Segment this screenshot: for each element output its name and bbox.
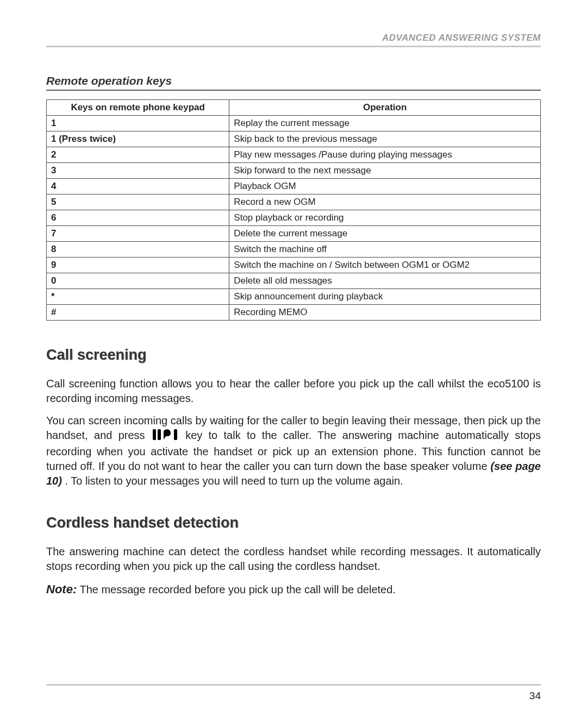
cell-operation: Skip forward to the next message <box>229 163 541 179</box>
th-operation: Operation <box>229 100 541 116</box>
page-footer: 34 <box>46 684 541 702</box>
cell-operation: Playback OGM <box>229 179 541 194</box>
cell-key: 8 <box>47 242 229 258</box>
table-row: *Skip announcement during playback <box>47 289 541 305</box>
cell-operation: Skip back to the previous message <box>229 131 541 147</box>
note-text: The message recorded before you pick up … <box>79 583 395 595</box>
manual-page: ADVANCED ANSWERING SYSTEM Remote operati… <box>0 0 587 728</box>
cell-key: 9 <box>47 258 229 273</box>
table-row: 1Replay the current message <box>47 116 541 131</box>
cell-key: 4 <box>47 179 229 194</box>
cell-key: 1 (Press twice) <box>47 131 229 147</box>
text: . To listen to your messages you will ne… <box>65 475 403 487</box>
cell-operation: Play new messages /Pause during playing … <box>229 147 541 163</box>
cell-key: # <box>47 305 229 321</box>
svg-rect-1 <box>158 429 161 440</box>
table-row: 4Playback OGM <box>47 179 541 194</box>
cell-operation: Switch the machine on / Switch between O… <box>229 258 541 273</box>
page-header: ADVANCED ANSWERING SYSTEM <box>46 33 541 43</box>
table-row: 2Play new messages /Pause during playing… <box>47 147 541 163</box>
cell-key: 3 <box>47 163 229 179</box>
cell-key: 0 <box>47 273 229 289</box>
paragraph: You can screen incoming calls by waiting… <box>46 413 541 488</box>
table-row: 7Delete the current message <box>47 226 541 242</box>
talk-key-icon <box>152 429 178 444</box>
cell-key: 5 <box>47 194 229 210</box>
section-cordless-detection: Cordless handset detection <box>46 514 541 531</box>
cell-operation: Switch the machine off <box>229 242 541 258</box>
cell-key: 6 <box>47 210 229 226</box>
svg-rect-2 <box>174 429 177 440</box>
note-label: Note: <box>46 582 77 596</box>
footer-rule <box>46 684 541 686</box>
paragraph: The answering machine can detect the cor… <box>46 544 541 574</box>
table-row: 1 (Press twice)Skip back to the previous… <box>47 131 541 147</box>
table-row: 8Switch the machine off <box>47 242 541 258</box>
cell-operation: Skip announcement during playback <box>229 289 541 305</box>
remote-keys-table: Keys on remote phone keypad Operation 1R… <box>46 99 541 321</box>
cell-key: 2 <box>47 147 229 163</box>
page-number: 34 <box>46 690 541 702</box>
table-row: #Recording MEMO <box>47 305 541 321</box>
table-row: 6Stop playback or recording <box>47 210 541 226</box>
cell-operation: Delete all old messages <box>229 273 541 289</box>
table-row: 9Switch the machine on / Switch between … <box>47 258 541 273</box>
svg-rect-0 <box>153 429 156 440</box>
table-header-row: Keys on remote phone keypad Operation <box>47 100 541 116</box>
section-call-screening: Call screening <box>46 347 541 363</box>
cell-operation: Replay the current message <box>229 116 541 131</box>
paragraph: Call screening function allows you to he… <box>46 376 541 406</box>
table-row: 5Record a new OGM <box>47 194 541 210</box>
note-paragraph: Note: The message recorded before you pi… <box>46 581 541 598</box>
th-keys: Keys on remote phone keypad <box>47 100 229 116</box>
cell-operation: Recording MEMO <box>229 305 541 321</box>
table-row: 3Skip forward to the next message <box>47 163 541 179</box>
cell-key: 7 <box>47 226 229 242</box>
table-row: 0Delete all old messages <box>47 273 541 289</box>
header-rule <box>46 46 541 47</box>
cell-operation: Delete the current message <box>229 226 541 242</box>
subsection-title: Remote operation keys <box>46 74 541 87</box>
cell-operation: Stop playback or recording <box>229 210 541 226</box>
subsection-rule <box>46 90 541 91</box>
cell-operation: Record a new OGM <box>229 194 541 210</box>
cell-key: 1 <box>47 116 229 131</box>
cell-key: * <box>47 289 229 305</box>
